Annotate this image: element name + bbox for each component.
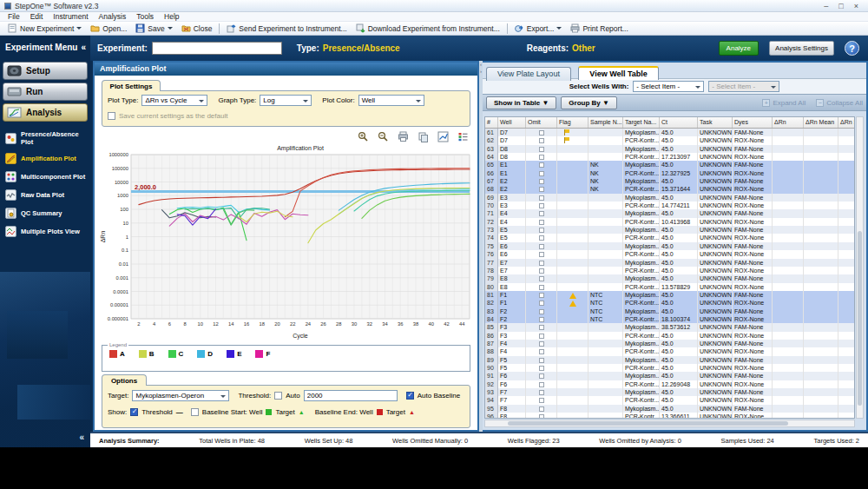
table-row[interactable]: 76E6PCR-Kontr...45.0UNKNOWNROX-None — [485, 250, 854, 258]
menu-file[interactable]: File — [3, 12, 25, 21]
table-row[interactable]: 71E4Mykoplasm...45.0UNKNOWNFAM-None — [485, 209, 854, 217]
close-button[interactable]: × — [854, 2, 858, 10]
menu-edit[interactable]: Edit — [25, 12, 49, 21]
legend-item-b[interactable]: B — [139, 350, 155, 358]
omit-checkbox[interactable] — [539, 293, 544, 298]
omit-checkbox[interactable] — [539, 382, 544, 387]
plot-color-select[interactable]: Well — [358, 95, 424, 106]
omit-checkbox[interactable] — [539, 220, 544, 225]
auto-baseline-checkbox[interactable] — [406, 392, 414, 400]
sidebar-item-multiple-plots-view[interactable]: Multiple Plots View — [0, 222, 90, 241]
cell-omit[interactable] — [526, 145, 557, 153]
cell-omit[interactable] — [526, 405, 557, 413]
download-experiment-from-instrument-button[interactable]: Download Experiment from Instrument... — [352, 23, 504, 34]
table-row[interactable]: 78E7PCR-Kontr...45.0UNKNOWNROX-None — [485, 267, 854, 274]
column-header-well[interactable]: Well — [498, 117, 526, 128]
table-row[interactable]: 65E1NKMykoplasm...45.0UNKNOWNFAM-None — [485, 161, 854, 169]
table-row[interactable]: 85F3Mykoplasm...38.573612UNKNOWNFAM-None — [485, 323, 854, 331]
omit-checkbox[interactable] — [539, 211, 544, 216]
cell-omit[interactable] — [526, 242, 557, 250]
cell-omit[interactable] — [526, 226, 557, 234]
show-legend-icon[interactable] — [457, 130, 469, 142]
omit-checkbox[interactable] — [539, 171, 544, 176]
sidebar-item-raw-data-plot[interactable]: Raw Data Plot — [0, 186, 90, 204]
omit-checkbox[interactable] — [539, 147, 544, 152]
omit-checkbox[interactable] — [539, 235, 544, 241]
cell-omit[interactable] — [526, 340, 557, 347]
print-report-button[interactable]: Print Report... — [566, 23, 632, 34]
omit-checkbox[interactable] — [539, 261, 544, 266]
table-row[interactable]: 89F5Mykoplasm...45.0UNKNOWNFAM-None — [485, 356, 854, 364]
table-row[interactable]: 84F2NTCPCR-Kontr...18.100374UNKNOWNROX-N… — [485, 315, 854, 323]
omit-checkbox[interactable] — [539, 155, 544, 160]
table-row[interactable]: 75E6Mykoplasm...45.0UNKNOWNFAM-None — [485, 242, 854, 250]
table-row[interactable]: 73E5Mykoplasm...45.0UNKNOWNFAM-None — [485, 226, 854, 234]
legend-item-e[interactable]: E — [227, 350, 241, 358]
menu-tools[interactable]: Tools — [131, 12, 159, 21]
tab-view-well-table[interactable]: View Well Table — [578, 66, 659, 80]
maximize-button[interactable]: □ — [838, 2, 843, 10]
table-row[interactable]: 95F8Mykoplasm...45.0UNKNOWNFAM-None — [485, 405, 854, 413]
menu-analysis[interactable]: Analysis — [94, 12, 132, 21]
table-row[interactable]: 86F3PCR-Kontr...45.0UNKNOWNROX-None — [485, 332, 854, 340]
new-experiment-button[interactable]: New Experiment — [3, 23, 86, 34]
sidebar-collapse-button[interactable]: « — [79, 433, 84, 442]
column-header-rn-mean[interactable]: ΔRn Mean — [804, 117, 838, 128]
menu-instrument[interactable]: Instrument — [48, 12, 93, 21]
edit-plot-icon[interactable] — [437, 130, 449, 142]
table-row[interactable]: 87F4Mykoplasm...45.0UNKNOWNFAM-None — [485, 340, 854, 347]
table-row[interactable]: 63D8Mykoplasm...45.0UNKNOWNFAM-None — [485, 145, 854, 153]
legend-item-a[interactable]: A — [109, 350, 125, 358]
cell-omit[interactable] — [526, 136, 557, 144]
cell-omit[interactable] — [526, 177, 557, 185]
experiment-name-input[interactable] — [152, 42, 282, 55]
experiment-menu-header[interactable]: Experiment Menu « — [0, 36, 90, 59]
omit-checkbox[interactable] — [539, 301, 544, 306]
cell-omit[interactable] — [526, 194, 557, 202]
save-button[interactable]: Save — [131, 23, 176, 34]
cell-omit[interactable] — [526, 259, 557, 267]
plot-type-select[interactable]: ΔRn vs Cycle — [141, 95, 207, 106]
cell-omit[interactable] — [526, 364, 557, 372]
column-header-flag[interactable]: Flag — [557, 117, 589, 128]
group-by-button[interactable]: Group By ▼ — [561, 96, 617, 109]
omit-checkbox[interactable] — [539, 325, 544, 330]
select-wells-dropdown-1[interactable]: - Select Item - — [633, 81, 704, 92]
export-button[interactable]: Export... — [510, 23, 567, 34]
options-tab[interactable]: Options — [102, 374, 147, 386]
omit-checkbox[interactable] — [539, 195, 544, 201]
cell-omit[interactable] — [526, 209, 557, 217]
cell-omit[interactable] — [526, 291, 557, 299]
tab-view-plate-layout[interactable]: View Plate Layout — [486, 67, 571, 81]
plot-settings-tab[interactable]: Plot Settings — [102, 80, 161, 91]
cell-omit[interactable] — [526, 283, 557, 291]
column-header-omit[interactable]: Omit — [526, 117, 557, 128]
threshold-input[interactable] — [304, 390, 398, 401]
table-row[interactable]: 94F7PCR-Kontr...45.0UNKNOWNROX-None — [485, 396, 854, 404]
omit-checkbox[interactable] — [539, 244, 544, 249]
cell-omit[interactable] — [526, 299, 557, 307]
table-row[interactable]: 72E4PCR-Kontr...10.413968UNKNOWNROX-None — [485, 218, 854, 226]
column-header-[interactable]: # — [485, 117, 498, 128]
table-row[interactable]: 74E5PCR-Kontr...45.0UNKNOWNROX-None — [485, 234, 854, 241]
table-row[interactable]: 77E7Mykoplasm...45.0UNKNOWNFAM-None — [485, 259, 854, 267]
sidebar-nav-analysis[interactable]: Analysis — [3, 103, 88, 122]
omit-checkbox[interactable] — [539, 414, 544, 419]
omit-checkbox[interactable] — [539, 179, 544, 184]
table-row[interactable]: 80E8PCR-Kontr...13.578829UNKNOWNROX-None — [485, 283, 854, 291]
copy-plot-icon[interactable] — [418, 130, 429, 142]
cell-omit[interactable] — [526, 153, 557, 161]
legend-item-c[interactable]: C — [168, 350, 184, 358]
baseline-start-checkbox[interactable] — [191, 408, 199, 416]
table-row[interactable]: 91F6Mykoplasm...45.0UNKNOWNFAM-None — [485, 372, 854, 380]
omit-checkbox[interactable] — [539, 406, 544, 412]
menu-help[interactable]: Help — [159, 12, 184, 21]
cell-omit[interactable] — [526, 356, 557, 364]
omit-checkbox[interactable] — [539, 341, 544, 347]
omit-checkbox[interactable] — [539, 252, 544, 257]
column-header-ct[interactable]: Ct — [660, 117, 698, 128]
minimize-button[interactable]: – — [824, 2, 828, 10]
omit-checkbox[interactable] — [539, 334, 544, 339]
omit-checkbox[interactable] — [539, 285, 544, 290]
cell-omit[interactable] — [526, 307, 557, 315]
